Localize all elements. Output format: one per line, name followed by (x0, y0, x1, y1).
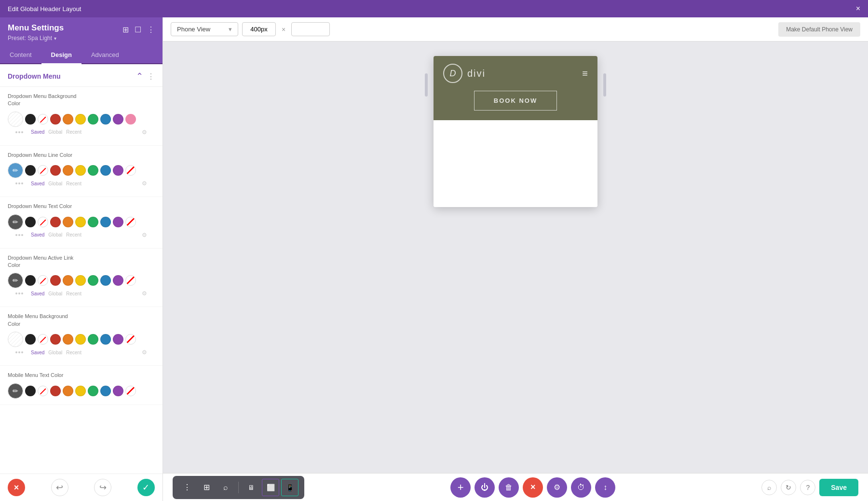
settings-button[interactable]: ⚙ (547, 477, 567, 498)
swatch-green-1[interactable] (88, 114, 98, 125)
swatch-black-3[interactable] (25, 217, 36, 227)
swatch-transparent-6[interactable] (38, 386, 48, 396)
swatch-strikethrough-4[interactable] (125, 275, 136, 286)
swatch-black-6[interactable] (25, 386, 36, 396)
meta-global-5[interactable]: Global (48, 350, 62, 355)
swatch-strikethrough-2[interactable] (125, 165, 136, 176)
width-input[interactable] (242, 22, 276, 36)
swatch-blue-3[interactable] (100, 217, 111, 227)
swatch-red-2[interactable] (50, 165, 61, 176)
save-button[interactable]: Save (819, 479, 858, 496)
swatch-orange-2[interactable] (63, 165, 73, 176)
header-icon-more[interactable]: ⋮ (147, 25, 155, 34)
swatch-yellow-3[interactable] (75, 217, 86, 227)
phone-view-icon[interactable]: 📱 (281, 479, 298, 496)
swatch-purple-6[interactable] (113, 386, 123, 396)
meta-gear-4[interactable]: ⚙ (142, 290, 147, 297)
sort-button[interactable]: ↕ (595, 477, 615, 498)
swatch-transparent-2[interactable] (38, 165, 48, 176)
color-preview-dropdown-line[interactable]: ✏ (8, 163, 23, 178)
color-preview-mobile-bg[interactable] (8, 332, 23, 347)
footer-refresh-icon[interactable]: ↻ (781, 480, 796, 495)
swatch-transparent-5[interactable] (38, 334, 48, 345)
desktop-view-icon[interactable]: 🖥 (243, 479, 260, 496)
meta-recent-5[interactable]: Recent (66, 350, 81, 355)
resize-handle-left[interactable] (425, 73, 428, 97)
swatch-red-4[interactable] (50, 275, 61, 286)
swatch-blue-1[interactable] (100, 114, 111, 125)
add-button[interactable]: + (450, 477, 471, 498)
swatch-yellow-6[interactable] (75, 386, 86, 396)
swatch-strikethrough-6[interactable] (125, 386, 136, 396)
color-preview-dropdown-text[interactable]: ✏ (8, 214, 23, 230)
swatch-green-5[interactable] (88, 334, 98, 345)
history-button[interactable]: ⏱ (571, 477, 591, 498)
swatch-red-6[interactable] (50, 386, 61, 396)
footer-search-icon[interactable]: ⌕ (761, 480, 777, 495)
swatch-red-5[interactable] (50, 334, 61, 345)
section-more-icon[interactable]: ⋮ (147, 72, 155, 81)
color-preview-mobile-text[interactable]: ✏ (8, 383, 23, 399)
tab-design[interactable]: Design (41, 46, 81, 64)
view-dropdown[interactable]: Phone View ▾ (171, 22, 238, 36)
delete-button[interactable]: 🗑 (499, 477, 519, 498)
swatch-green-4[interactable] (88, 275, 98, 286)
swatch-green-3[interactable] (88, 217, 98, 227)
cancel-button[interactable]: × (8, 479, 25, 496)
swatch-strikethrough-5[interactable] (125, 334, 136, 345)
swatch-orange-3[interactable] (63, 217, 73, 227)
close-button[interactable]: × (523, 477, 543, 498)
book-now-button[interactable]: BOOK NOW (474, 91, 557, 111)
swatch-purple-5[interactable] (113, 334, 123, 345)
meta-gear-3[interactable]: ⚙ (142, 232, 147, 238)
swatch-green-6[interactable] (88, 386, 98, 396)
swatch-blue-4[interactable] (100, 275, 111, 286)
swatch-yellow-4[interactable] (75, 275, 86, 286)
confirm-button[interactable]: ✓ (137, 479, 155, 496)
swatch-orange-1[interactable] (63, 114, 73, 125)
meta-recent-2[interactable]: Recent (66, 181, 81, 186)
grid-view-icon[interactable]: ⊞ (198, 479, 215, 496)
swatch-black-1[interactable] (25, 114, 36, 125)
tablet-view-icon[interactable]: ⬜ (262, 479, 279, 496)
swatch-yellow-5[interactable] (75, 334, 86, 345)
make-default-button[interactable]: Make Default Phone View (778, 22, 860, 37)
redo-button[interactable]: ↪ (94, 479, 111, 496)
swatch-strikethrough-3[interactable] (125, 217, 136, 227)
meta-gear-2[interactable]: ⚙ (142, 180, 147, 187)
swatch-black-4[interactable] (25, 275, 36, 286)
swatch-transparent-3[interactable] (38, 217, 48, 227)
swatch-green-2[interactable] (88, 165, 98, 176)
swatch-black-5[interactable] (25, 334, 36, 345)
color-preview-dropdown-bg[interactable] (8, 111, 23, 127)
swatch-purple-2[interactable] (113, 165, 123, 176)
power-button[interactable]: ⏻ (475, 477, 495, 498)
swatch-yellow-2[interactable] (75, 165, 86, 176)
swatch-purple-3[interactable] (113, 217, 123, 227)
meta-gear-1[interactable]: ⚙ (142, 129, 147, 136)
swatch-blue-2[interactable] (100, 165, 111, 176)
swatch-pink-1[interactable] (125, 114, 136, 125)
hamburger-icon[interactable]: ≡ (582, 68, 588, 79)
meta-saved-4[interactable]: Saved (31, 291, 44, 296)
extra-input[interactable] (291, 22, 330, 36)
meta-saved-1[interactable]: Saved (31, 129, 44, 135)
color-preview-dropdown-active[interactable]: ✏ (8, 273, 23, 288)
swatch-transparent-1[interactable] (38, 114, 48, 125)
swatch-orange-4[interactable] (63, 275, 73, 286)
meta-saved-3[interactable]: Saved (31, 232, 44, 237)
tab-content[interactable]: Content (0, 46, 41, 64)
undo-button[interactable]: ↩ (51, 479, 68, 496)
meta-saved-5[interactable]: Saved (31, 350, 44, 355)
meta-global-2[interactable]: Global (48, 181, 62, 186)
swatch-red-1[interactable] (50, 114, 61, 125)
meta-saved-2[interactable]: Saved (31, 181, 44, 186)
close-icon[interactable]: × (856, 4, 860, 13)
swatch-transparent-4[interactable] (38, 275, 48, 286)
preset-caret[interactable]: ▾ (54, 36, 56, 41)
swatch-purple-4[interactable] (113, 275, 123, 286)
swatch-blue-5[interactable] (100, 334, 111, 345)
width-close-icon[interactable]: × (280, 24, 287, 35)
swatch-orange-6[interactable] (63, 386, 73, 396)
swatch-purple-1[interactable] (113, 114, 123, 125)
